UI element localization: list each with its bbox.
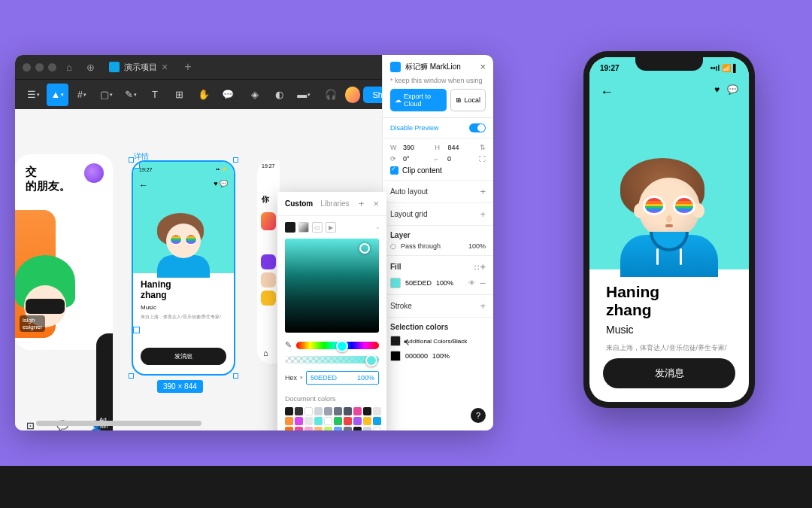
text-tool[interactable]: T: [144, 84, 165, 106]
palette-swatch[interactable]: [373, 407, 381, 415]
file-tab[interactable]: 演示项目 ×: [103, 61, 174, 73]
phone-message-button[interactable]: 发消息: [603, 358, 735, 388]
tab-custom[interactable]: Custom: [285, 199, 313, 208]
pen-tool[interactable]: ✎▾: [120, 84, 141, 106]
corner-input[interactable]: 0: [447, 155, 475, 163]
palette-swatch[interactable]: [363, 427, 371, 430]
add-tab-button[interactable]: +: [178, 60, 197, 74]
shape-tool[interactable]: ▢▾: [95, 84, 117, 106]
palette-swatch[interactable]: [304, 407, 313, 415]
traffic-max[interactable]: [48, 63, 56, 71]
mask-tool[interactable]: ◐: [269, 84, 290, 106]
menu-tool[interactable]: ☰▾: [23, 84, 44, 106]
palette-swatch[interactable]: [334, 407, 342, 415]
hex-input[interactable]: 50EDED100%: [306, 371, 379, 385]
plugin-close-icon[interactable]: ×: [480, 61, 486, 72]
stroke-add-icon[interactable]: +: [480, 300, 486, 312]
visibility-icon[interactable]: 👁: [468, 279, 475, 287]
palette-swatch[interactable]: [363, 407, 371, 415]
comment-tool[interactable]: 💬: [217, 84, 238, 106]
user-avatar[interactable]: [345, 87, 361, 103]
help-icon[interactable]: ?: [471, 408, 486, 423]
opacity-input[interactable]: 100%: [468, 242, 486, 250]
whatsapp-icon[interactable]: 💬: [727, 84, 738, 95]
palette-swatch[interactable]: [353, 427, 362, 430]
palette-swatch[interactable]: [344, 427, 352, 430]
remove-fill-icon[interactable]: −: [480, 277, 486, 289]
phone-back-icon[interactable]: ←: [600, 84, 614, 100]
palette-swatch[interactable]: [285, 407, 293, 415]
palette-swatch[interactable]: [324, 417, 332, 425]
fill-hex[interactable]: 50EDED: [405, 279, 432, 287]
resources-tool[interactable]: ⊞: [168, 84, 189, 106]
width-input[interactable]: 390: [403, 144, 432, 151]
palette-swatch[interactable]: [373, 417, 381, 425]
fill-pct[interactable]: 100%: [436, 279, 453, 287]
picker-add-icon[interactable]: +: [359, 198, 365, 209]
height-input[interactable]: 844: [448, 144, 477, 151]
move-tool[interactable]: ▲▾: [47, 84, 68, 106]
hand-tool[interactable]: ✋: [193, 84, 214, 106]
sc1-swatch[interactable]: [390, 336, 401, 346]
frame-tool[interactable]: #▾: [71, 84, 92, 106]
palette-swatch[interactable]: [324, 407, 332, 415]
palette-swatch[interactable]: [295, 417, 303, 425]
palette-swatch[interactable]: [334, 417, 342, 425]
component-tool[interactable]: ◈: [244, 84, 265, 106]
rotation-input[interactable]: 0°: [403, 155, 431, 163]
traffic-close[interactable]: [23, 63, 31, 71]
clip-checkbox[interactable]: [390, 166, 398, 175]
palette-swatch[interactable]: [334, 427, 342, 430]
eyedropper-icon[interactable]: ✎: [285, 340, 292, 350]
boolean-tool[interactable]: ▬▾: [293, 84, 314, 106]
grid-add-icon[interactable]: +: [480, 208, 486, 220]
local-button[interactable]: 🗎 Local: [450, 89, 486, 111]
gradient-fill-icon[interactable]: [298, 222, 309, 233]
resize-handle-tl[interactable]: [129, 157, 134, 163]
style-icon[interactable]: ∷: [474, 263, 478, 272]
picker-close-icon[interactable]: ×: [373, 198, 379, 209]
resize-handle-bl[interactable]: [129, 373, 134, 379]
blend-dropdown-icon[interactable]: ◦: [376, 224, 379, 232]
blend-mode-select[interactable]: Pass through: [401, 242, 464, 250]
audio-icon[interactable]: 🎧: [320, 84, 341, 106]
resize-handle-tr[interactable]: [233, 157, 238, 163]
palette-swatch[interactable]: [363, 417, 371, 425]
resize-handle-br[interactable]: [233, 373, 238, 379]
preview-toggle[interactable]: [469, 123, 486, 132]
corner-expand-icon[interactable]: ⛶: [479, 155, 486, 163]
palette-swatch[interactable]: [344, 417, 352, 425]
selected-artboard[interactable]: 19:27•• ⚡ ← ♥ 💬 Haning zhang Music 来自上海，…: [132, 160, 235, 376]
palette-swatch[interactable]: [295, 407, 303, 415]
palette-swatch[interactable]: [304, 427, 313, 430]
color-field[interactable]: [285, 239, 379, 333]
close-icon[interactable]: ×: [162, 61, 168, 73]
solid-fill-icon[interactable]: [285, 222, 295, 233]
palette-swatch[interactable]: [324, 427, 332, 430]
palette-swatch[interactable]: [373, 427, 381, 430]
image-fill-icon[interactable]: ▭: [312, 222, 323, 233]
palette-swatch[interactable]: [353, 407, 362, 415]
link-icon[interactable]: ⇅: [480, 144, 486, 151]
palette-swatch[interactable]: [314, 427, 323, 430]
palette-swatch[interactable]: [285, 427, 293, 430]
export-cloud-button[interactable]: ☁ Export to Cloud: [390, 89, 447, 111]
palette-swatch[interactable]: [314, 417, 323, 425]
sc2-swatch[interactable]: [390, 351, 401, 361]
palette-swatch[interactable]: [304, 417, 313, 425]
palette-swatch[interactable]: [344, 407, 352, 415]
auto-layout-add-icon[interactable]: +: [480, 186, 486, 197]
palette-swatch[interactable]: [314, 407, 323, 415]
alpha-slider[interactable]: [285, 356, 379, 364]
globe-icon[interactable]: ⊕: [82, 59, 98, 75]
home-icon[interactable]: ⌂: [61, 59, 77, 75]
sc2-pct[interactable]: 100%: [432, 352, 450, 360]
palette-swatch[interactable]: [285, 417, 293, 425]
heart-icon[interactable]: ♥: [714, 84, 720, 95]
tab-libraries[interactable]: Libraries: [320, 199, 349, 208]
palette-swatch[interactable]: [353, 417, 362, 425]
fill-swatch[interactable]: [390, 278, 401, 288]
palette-swatch[interactable]: [295, 427, 303, 430]
sc2-hex[interactable]: 000000: [405, 352, 428, 360]
fill-add-icon[interactable]: +: [480, 261, 486, 272]
